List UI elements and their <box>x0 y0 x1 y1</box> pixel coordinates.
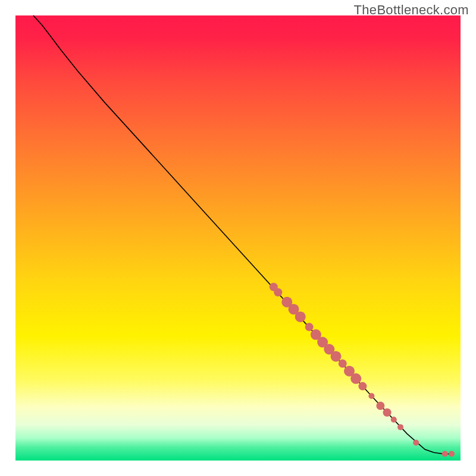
chart-svg <box>0 0 476 476</box>
scatter-point <box>331 351 342 362</box>
scatter-point <box>358 382 367 390</box>
scatter-point <box>383 408 392 416</box>
scatter-point <box>305 323 314 331</box>
scatter-point <box>368 393 374 399</box>
scatter-point <box>295 311 306 322</box>
scatter-point <box>449 451 455 457</box>
scatter-point <box>274 288 282 296</box>
scatter-point <box>397 424 403 430</box>
scatter-point <box>442 451 448 457</box>
scatter-point <box>339 359 347 368</box>
scatter-point <box>413 440 419 446</box>
scatter-point <box>376 402 384 410</box>
watermark-text: TheBottleneck.com <box>354 2 469 18</box>
plot-background <box>15 15 461 461</box>
chart-container: TheBottleneck.com <box>0 0 476 476</box>
scatter-point <box>391 416 397 422</box>
scatter-point <box>350 373 361 384</box>
